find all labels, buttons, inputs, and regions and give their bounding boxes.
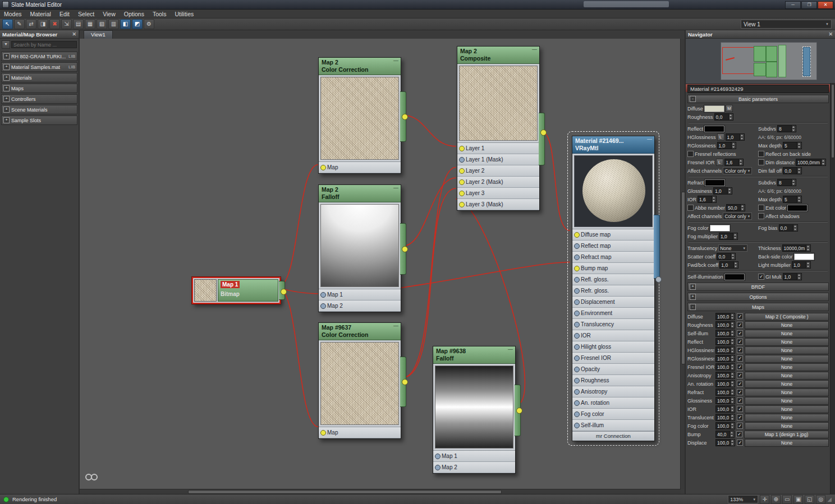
map-amount-spinner[interactable]: 100,0	[715, 397, 735, 404]
find-node-icon[interactable]	[85, 474, 98, 480]
show-background-tool[interactable]: ▦	[85, 19, 95, 29]
node-slot[interactable]: Bump map	[572, 263, 654, 274]
map-button[interactable]: None	[745, 439, 829, 447]
assign-material-to-selection-tool[interactable]: ◨	[38, 19, 48, 29]
value-spinner[interactable]: 0,0	[717, 253, 736, 260]
material-preview[interactable]	[574, 155, 653, 227]
dropdown[interactable]: Color only▼	[723, 167, 752, 174]
map-enable-checkbox[interactable]: ✓	[737, 389, 743, 395]
map-enable-checkbox[interactable]: ✓	[737, 364, 743, 370]
input-socket[interactable]	[574, 367, 580, 372]
expand-icon[interactable]: +	[3, 96, 10, 102]
node-slot[interactable]: Diffuse map	[572, 229, 654, 241]
value-spinner[interactable]: 1,0	[719, 233, 738, 240]
spinner-arrows[interactable]	[797, 168, 801, 174]
output-socket[interactable]	[540, 130, 547, 136]
color-swatch[interactable]	[724, 274, 745, 280]
zoom-region-tool[interactable]: ▭	[782, 495, 792, 504]
output-socket[interactable]	[402, 114, 408, 120]
node-slot[interactable]: Opacity	[572, 364, 654, 375]
input-socket[interactable]	[320, 165, 326, 170]
node-slot[interactable]: Layer 3	[457, 188, 539, 199]
search-filter-icon[interactable]: ▼	[2, 40, 10, 49]
map-enable-checkbox[interactable]: ✓	[737, 381, 743, 387]
menu-view[interactable]: View	[103, 11, 116, 17]
color-swatch[interactable]	[705, 179, 725, 186]
input-socket[interactable]	[574, 243, 580, 249]
layout-children-tool[interactable]: ▥	[108, 19, 119, 29]
node-map9638-falloff[interactable]: Map #9638 Falloff — Map 1Map 2	[433, 346, 516, 474]
map-button[interactable]: None	[745, 321, 829, 329]
input-socket[interactable]	[574, 266, 580, 271]
map-enable-checkbox[interactable]: ✓	[737, 330, 743, 336]
input-socket[interactable]	[574, 255, 580, 260]
map-button[interactable]: None	[745, 422, 829, 430]
value-spinner[interactable]: 10000,0m	[782, 244, 811, 252]
input-socket[interactable]	[574, 378, 580, 383]
rollout-brdf[interactable]: BRDF +	[687, 283, 829, 291]
spinner-arrows[interactable]	[731, 142, 736, 149]
input-socket[interactable]	[574, 299, 580, 305]
mini-button-l[interactable]: L	[716, 159, 723, 166]
map-enable-checkbox[interactable]: ✓	[737, 339, 743, 345]
spinner-arrows[interactable]	[730, 330, 735, 336]
mini-button-l[interactable]: L	[717, 133, 724, 141]
map-button[interactable]: None	[745, 389, 829, 396]
expand-icon[interactable]: +	[3, 64, 10, 70]
zoom-level-dropdown[interactable]: 133% ▼	[728, 495, 758, 503]
rollout-maps[interactable]: Maps -	[687, 303, 829, 311]
output-socket[interactable]	[402, 246, 408, 252]
close-icon[interactable]: ✕	[828, 31, 833, 37]
input-socket[interactable]	[459, 168, 465, 174]
map-button[interactable]: Map 2 ( Composite )	[745, 313, 829, 321]
close-icon[interactable]: ✕	[72, 31, 76, 37]
spinner-arrows[interactable]	[730, 322, 735, 328]
menu-select[interactable]: Select	[78, 11, 94, 17]
node-header[interactable]: Map 2 Falloff —	[319, 185, 401, 202]
spinner-arrows[interactable]	[727, 188, 732, 194]
input-socket[interactable]	[574, 423, 580, 428]
mr-connection-footer[interactable]: mr Connection	[572, 431, 654, 441]
tab-view1[interactable]: View1	[84, 30, 113, 39]
input-socket[interactable]	[320, 430, 326, 436]
input-socket[interactable]	[320, 303, 326, 309]
node-slot[interactable]: Map 2	[319, 300, 401, 312]
map-button[interactable]: None	[745, 414, 829, 422]
node-map2-composite[interactable]: Map 2 Composite — Layer 1Layer 1 (Mask)L…	[457, 46, 540, 211]
map-amount-spinner[interactable]: 100,0	[715, 346, 735, 354]
node-preview-thumbnail[interactable]	[435, 366, 513, 448]
spinner-arrows[interactable]	[730, 339, 735, 345]
minimize-node-icon[interactable]: —	[508, 346, 513, 352]
input-socket[interactable]	[574, 232, 580, 238]
node-vraymtl-material[interactable]: Material #21469... VRayMtl — Diffuse map…	[572, 136, 655, 441]
zoom-tool[interactable]: ⊕	[771, 495, 781, 504]
spinner-arrows[interactable]	[821, 159, 825, 165]
map-button[interactable]: None	[745, 355, 829, 363]
map-enable-checkbox[interactable]: ✓	[737, 397, 743, 404]
map-amount-spinner[interactable]: 100,0	[715, 355, 735, 362]
input-socket[interactable]	[459, 202, 465, 207]
color-swatch[interactable]	[794, 253, 814, 260]
node-slot[interactable]: Layer 2 (Mask)	[457, 177, 539, 188]
zoom-extents-selected-tool[interactable]: ◱	[805, 495, 814, 504]
spinner-arrows[interactable]	[733, 262, 738, 268]
menu-options[interactable]: Options	[124, 11, 144, 17]
menu-modes[interactable]: Modes	[4, 11, 22, 17]
close-window-button[interactable]: ✕	[818, 1, 833, 9]
wire-bitmap-to-cc2-map[interactable]	[278, 287, 318, 427]
value-spinner[interactable]: 1,0	[719, 261, 738, 269]
node-slot[interactable]: Layer 1	[457, 143, 539, 154]
node-slot[interactable]: Refl. gloss.	[572, 274, 654, 285]
input-socket[interactable]	[574, 311, 580, 316]
node-slot[interactable]: Map 1	[433, 451, 515, 462]
layout-all-tool[interactable]: ▧	[97, 19, 107, 29]
value-spinner[interactable]: 1000,0mm	[796, 159, 826, 166]
node-header[interactable]: Map 2 Composite —	[457, 47, 539, 64]
minimize-node-icon[interactable]: —	[393, 323, 398, 329]
node-slot[interactable]: Reflect map	[572, 241, 654, 252]
spinner-arrows[interactable]	[740, 134, 744, 140]
node-preview-thumbnail[interactable]	[320, 77, 399, 160]
checkbox[interactable]	[758, 205, 764, 211]
map-amount-spinner[interactable]: 100,0	[715, 380, 735, 387]
resize-grip[interactable]: ◢	[827, 496, 832, 502]
